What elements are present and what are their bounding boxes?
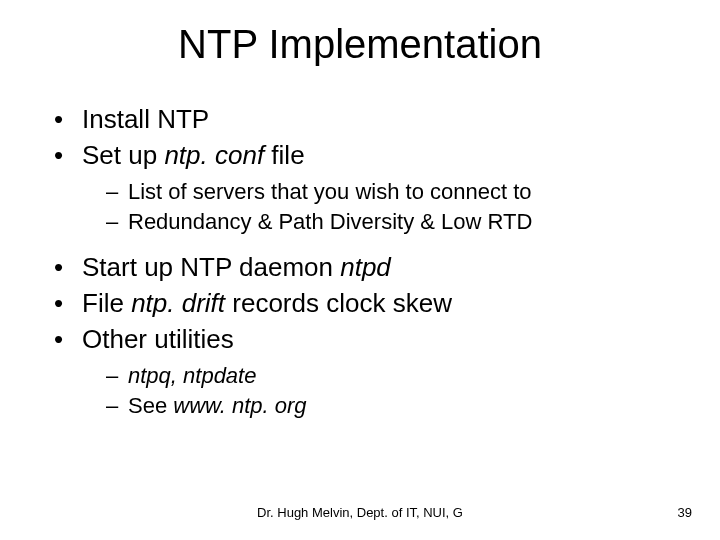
bullet-text-italic: ntpd — [340, 252, 391, 282]
slide-body: Install NTP Set up ntp. conf file List o… — [54, 104, 674, 436]
sub-bullet-text: Redundancy & Path Diversity & Low RTD — [128, 209, 532, 234]
sub-bullet-item: See www. ntp. org — [106, 392, 674, 420]
slide-title: NTP Implementation — [0, 22, 720, 67]
bullet-text-italic: ntp. conf — [164, 140, 264, 170]
sub-bullet-text-italic: ntpq, ntpdate — [128, 363, 256, 388]
sub-bullet-item: Redundancy & Path Diversity & Low RTD — [106, 208, 674, 236]
slide: NTP Implementation Install NTP Set up nt… — [0, 0, 720, 540]
bullet-item: Set up ntp. conf file List of servers th… — [54, 140, 674, 236]
bullet-item: Start up NTP daemon ntpd — [54, 252, 674, 284]
bullet-text: Start up NTP daemon — [82, 252, 340, 282]
bullet-text: Set up — [82, 140, 164, 170]
sub-bullet-text: List of servers that you wish to connect… — [128, 179, 532, 204]
sub-bullet-item: ntpq, ntpdate — [106, 362, 674, 390]
bullet-text-italic: ntp. drift — [131, 288, 225, 318]
bullet-list-level2: List of servers that you wish to connect… — [82, 178, 674, 236]
bullet-text: Install NTP — [82, 104, 209, 134]
footer-text: Dr. Hugh Melvin, Dept. of IT, NUI, G — [0, 505, 720, 520]
bullet-item: Install NTP — [54, 104, 674, 136]
bullet-text: records clock skew — [225, 288, 452, 318]
bullet-item: File ntp. drift records clock skew — [54, 288, 674, 320]
sub-bullet-text: See — [128, 393, 173, 418]
page-number: 39 — [678, 505, 692, 520]
bullet-list-level1: Install NTP Set up ntp. conf file List o… — [54, 104, 674, 420]
bullet-text: File — [82, 288, 131, 318]
bullet-list-level2: ntpq, ntpdate See www. ntp. org — [82, 362, 674, 420]
bullet-text: Other utilities — [82, 324, 234, 354]
sub-bullet-text-italic: www. ntp. org — [173, 393, 306, 418]
sub-bullet-item: List of servers that you wish to connect… — [106, 178, 674, 206]
bullet-text: file — [264, 140, 304, 170]
bullet-item: Other utilities ntpq, ntpdate See www. n… — [54, 324, 674, 420]
